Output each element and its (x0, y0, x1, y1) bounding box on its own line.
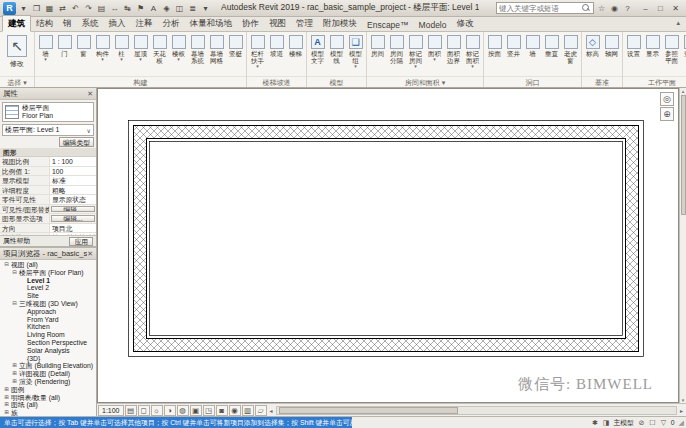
3d-view-icon[interactable]: ◈ (160, 2, 173, 15)
ribbon-tab[interactable]: 系统 (77, 16, 104, 31)
scale-button[interactable]: 1:100 (98, 405, 124, 416)
ribbon-tool-button[interactable]: 按面 (485, 33, 504, 62)
ribbon-tab[interactable]: 钢 (58, 16, 77, 31)
tree-expander-icon[interactable]: ⊞ (11, 370, 18, 378)
browser-tree-item[interactable]: Level 1 (0, 277, 96, 285)
ribbon-tab[interactable]: 附加模块 (318, 16, 362, 31)
panel-name-room-area[interactable]: 房间和面积 ▾ (367, 76, 483, 87)
ribbon-tab[interactable]: 体量和场地 (185, 16, 238, 31)
close-icon[interactable]: ✕ (87, 90, 93, 98)
ribbon-tool-button[interactable]: 标记房间 ▾ (406, 33, 425, 69)
measure-icon[interactable]: ↔ (108, 2, 121, 15)
zoom-icon[interactable]: ⊕ (660, 107, 674, 121)
property-value[interactable]: 项目北 (50, 224, 96, 233)
crop-view-icon[interactable]: ▣ (190, 405, 202, 416)
ribbon-tool-button[interactable]: 标记面积 ▾ (463, 33, 482, 69)
print-icon[interactable]: ▤ (95, 2, 108, 15)
resize-grip-icon[interactable]: ◢ (677, 419, 686, 427)
tree-expander-icon[interactable]: ⊞ (11, 378, 18, 386)
help-icon[interactable]: ? (621, 2, 634, 15)
ribbon-tool-button[interactable]: 垂直 (542, 33, 561, 62)
ribbon-tab[interactable]: Enscape™ (362, 18, 414, 31)
browser-tree-item[interactable]: Kitchen (0, 323, 96, 331)
ribbon-tool-button[interactable]: 屋顶 ▾ (131, 33, 150, 62)
edit-type-button[interactable]: 编辑类型 (59, 137, 94, 147)
close-icon[interactable]: ✕ (87, 250, 93, 258)
tag-icon[interactable]: ⚑ (134, 2, 147, 15)
browser-tree-item[interactable]: ⊟ 楼层平面 (Floor Plan) (0, 269, 96, 277)
browser-tree-item[interactable]: ⊞ 图纸 (all) (0, 401, 96, 409)
property-value[interactable]: 粗略 (50, 186, 96, 195)
browser-tree-item[interactable]: Site (0, 292, 96, 300)
workset-icon[interactable]: ✱ (589, 418, 600, 428)
ribbon-tab[interactable]: 注释 (131, 16, 158, 31)
sync-icon[interactable]: ⇄ (56, 2, 69, 15)
scrollbar-thumb[interactable] (279, 407, 459, 414)
temporary-hide-icon[interactable]: ◙ (216, 405, 228, 416)
maximize-icon[interactable]: □ (653, 2, 668, 15)
type-selector[interactable]: 楼层平面 Floor Plan (2, 102, 94, 122)
property-value[interactable]: 显示原状态 (50, 195, 96, 204)
ribbon-tool-button[interactable]: 坡道 (267, 33, 286, 62)
ribbon-tool-button[interactable]: 栏杆扶手 ▾ (248, 33, 267, 69)
reveal-hidden-icon[interactable]: ◉ (229, 405, 241, 416)
property-value[interactable]: 编辑... (51, 215, 95, 222)
ribbon-tab[interactable]: 管理 (291, 16, 318, 31)
search-icon[interactable] (581, 3, 591, 13)
ribbon-tab[interactable]: 插入 (104, 16, 131, 31)
tree-expander-icon[interactable]: ⊞ (3, 386, 10, 394)
revit-logo-icon[interactable]: R (3, 2, 16, 15)
ribbon-tool-button[interactable]: 墙 (523, 33, 542, 62)
minimize-icon[interactable]: – (638, 2, 653, 15)
scroll-right-icon[interactable]: ▸ (678, 407, 685, 414)
ribbon-tool-button[interactable]: 竖梃 (226, 33, 245, 62)
ribbon-tool-button[interactable]: 墙 ▾ (36, 33, 55, 62)
show-rendering-icon[interactable]: ◍ (177, 405, 189, 416)
graphics-section-header[interactable]: 图形 (0, 148, 96, 157)
ribbon-tab[interactable]: 修改 (451, 16, 478, 31)
browser-tree-item[interactable]: From Yard (0, 316, 96, 324)
exclude-options-icon[interactable]: ⊘ (636, 418, 647, 428)
browser-tree-item[interactable]: ⊟ 视图 (all) (0, 261, 96, 269)
ribbon-tab[interactable]: 视图 (264, 16, 291, 31)
drawing-area[interactable]: ◎⊕ 微信号: BIMWELL (97, 88, 679, 403)
tree-expander-icon[interactable]: ⊞ (3, 409, 10, 416)
browser-tree-item[interactable]: Living Room (0, 331, 96, 339)
ribbon-tool-button[interactable]: ❑ 模型组 ▾ (346, 33, 365, 69)
design-option-label[interactable]: 主模型 (611, 418, 635, 428)
ribbon-tool-button[interactable]: 楼梯 (286, 33, 305, 62)
text-icon[interactable]: A (147, 2, 160, 15)
properties-help-link[interactable]: 属性帮助 (3, 236, 30, 246)
detail-level-icon[interactable]: ▤ (125, 405, 137, 416)
browser-tree-item[interactable]: Level 2 (0, 284, 96, 292)
ribbon-tool-button[interactable]: 幕墙系统 (188, 33, 207, 69)
ribbon-tab[interactable]: Modelo (414, 18, 452, 31)
ribbon-tool-button[interactable]: 竖井 (504, 33, 523, 62)
property-value[interactable]: 1 : 100 (50, 157, 96, 166)
redo-icon[interactable]: ↷ (82, 2, 95, 15)
close-icon[interactable]: ✕ (668, 2, 683, 15)
search-input[interactable] (497, 4, 581, 13)
modify-button[interactable]: ↖ 修改 (1, 33, 33, 69)
sign-in-icon[interactable]: ◉ (608, 2, 621, 15)
ribbon-tab[interactable]: 建筑 (2, 15, 31, 32)
browser-tree-item[interactable]: ⊟ 三维视图 (3D View) (0, 300, 96, 308)
ribbon-tool-button[interactable]: 老虎窗 (561, 33, 580, 69)
ribbon-tool-button[interactable]: 幕墙网格 (207, 33, 226, 69)
ribbon-collapse-icon[interactable]: ▴ (672, 19, 684, 27)
tree-expander-icon[interactable]: ⊟ (11, 300, 18, 308)
temporary-view-props-icon[interactable]: ▥ (242, 405, 254, 416)
shadows-icon[interactable]: ◑ (164, 405, 176, 416)
ribbon-tool-button[interactable]: 显示 (643, 33, 662, 62)
ribbon-tool-button[interactable]: 面积 ▾ (425, 33, 444, 62)
visual-style-icon[interactable]: ◻ (138, 405, 150, 416)
section-icon[interactable]: ◫ (173, 2, 186, 15)
browser-tree-item[interactable]: Approach (0, 308, 96, 316)
app-menu-icon[interactable]: ▾ (17, 2, 30, 15)
tree-expander-icon[interactable]: ⊟ (3, 261, 10, 269)
sun-path-icon[interactable]: ☼ (151, 405, 163, 416)
ribbon-tool-button[interactable]: ◇ 标高 (583, 33, 602, 62)
browser-tree-item[interactable]: Solar Analysis (0, 347, 96, 355)
property-value[interactable]: 标准 (50, 176, 96, 185)
star-icon[interactable]: ☆ (595, 2, 608, 15)
